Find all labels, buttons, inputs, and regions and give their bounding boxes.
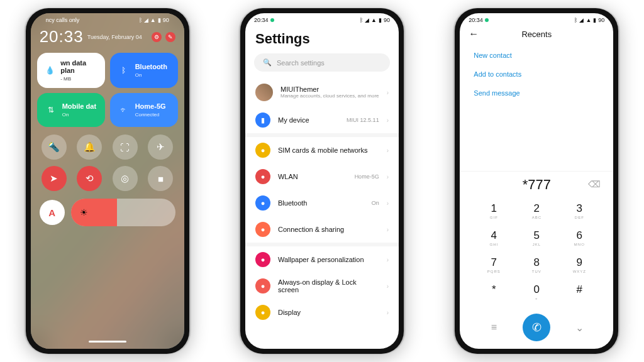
item-label: Bluetooth xyxy=(278,199,364,207)
settings-icon[interactable]: ⚙ xyxy=(152,32,162,42)
wifi-icon: ▲ xyxy=(150,17,156,23)
key-letters: GHI xyxy=(472,243,515,248)
settings-item-icon: ● xyxy=(255,222,270,237)
rotation-lock-icon: ⟲ xyxy=(86,173,94,184)
item-label: My device xyxy=(278,116,339,124)
recording-dot xyxy=(485,18,489,22)
auto-brightness-toggle[interactable]: A xyxy=(40,200,65,225)
keypad-key-#[interactable]: # xyxy=(558,279,601,306)
keypad-key-3[interactable]: 3DEF xyxy=(558,198,601,225)
brightness-slider[interactable]: ☀ xyxy=(71,199,175,226)
account-sub: Manage accounts, cloud services, and mor… xyxy=(280,93,379,99)
date: Tuesday, February 04 xyxy=(87,34,148,40)
chevron-right-icon: › xyxy=(387,309,389,316)
flashlight-toggle[interactable]: 🔦 xyxy=(42,134,67,160)
settings-item[interactable]: ● Display › xyxy=(245,299,399,326)
page-title: Settings xyxy=(245,25,399,53)
search-input[interactable]: 🔍 Search settings xyxy=(254,53,390,72)
chevron-right-icon: › xyxy=(387,226,389,233)
settings-item-icon: ● xyxy=(255,252,270,267)
chevron-right-icon: › xyxy=(387,117,389,124)
settings-item[interactable]: ● Wallpaper & personalization › xyxy=(245,246,399,273)
item-label: Display xyxy=(278,309,379,316)
status-bar: ncy calls only ᛒ◢▲▮90 xyxy=(37,13,178,25)
key-digit: 2 xyxy=(515,202,558,215)
settings-item-icon: ● xyxy=(255,305,270,320)
settings-item[interactable]: ● WLAN Home-5G › xyxy=(245,163,399,190)
airplane-icon: ✈ xyxy=(157,141,165,153)
key-letters: WXYZ xyxy=(558,270,601,275)
tile-sub: On xyxy=(135,72,142,78)
tile-wifi[interactable]: ᯤ Home-5GConnected xyxy=(110,93,178,127)
key-digit: 1 xyxy=(472,202,515,215)
dialer-link[interactable]: Add to contacts xyxy=(474,65,599,84)
keypad-key-2[interactable]: 2ABC xyxy=(515,198,558,225)
dialer-link[interactable]: Send message xyxy=(474,84,599,102)
camera-icon: ■ xyxy=(158,173,164,184)
settings-item-icon: ● xyxy=(255,195,270,211)
keypad-key-1[interactable]: 1GIF xyxy=(472,198,515,225)
battery-icon: ▮ xyxy=(379,17,382,23)
wifi-icon: ▲ xyxy=(586,17,591,23)
edit-icon[interactable]: ✎ xyxy=(165,32,175,42)
battery-pct: 90 xyxy=(163,17,169,23)
tile-bluetooth[interactable]: ᛒ BluetoothOn xyxy=(110,53,178,88)
key-digit: 5 xyxy=(515,229,558,242)
airplane-toggle[interactable]: ✈ xyxy=(148,134,173,160)
keypad-toggle[interactable]: ⌄ xyxy=(558,322,601,334)
bell-icon: 🔔 xyxy=(84,141,96,153)
tile-sub: Connected xyxy=(135,112,160,118)
keypad-key-9[interactable]: 9WXYZ xyxy=(558,252,601,279)
screenshot-toggle[interactable]: ⛶ xyxy=(113,134,138,160)
call-button[interactable]: ✆ xyxy=(523,314,550,341)
tile-data-plan[interactable]: 💧 wn data plan- MB xyxy=(37,53,105,88)
key-digit: 4 xyxy=(472,229,515,242)
settings-item[interactable]: ● Always-on display & Lock screen › xyxy=(245,273,399,299)
phone-control-center: ncy calls only ᛒ◢▲▮90 20:33 Tuesday, Feb… xyxy=(26,8,189,354)
keypad-key-4[interactable]: 4GHI xyxy=(472,225,515,252)
page-title: Recents xyxy=(469,30,604,39)
settings-item[interactable]: ● Bluetooth On › xyxy=(245,190,399,216)
rotation-lock-toggle[interactable]: ⟲ xyxy=(77,166,102,191)
keypad-key-6[interactable]: 6MNO xyxy=(558,225,601,252)
home-indicator[interactable] xyxy=(89,341,126,343)
key-digit: # xyxy=(558,283,601,296)
recording-dot xyxy=(270,18,274,22)
keypad-key-0[interactable]: 0+ xyxy=(515,279,558,306)
tile-mobile-data[interactable]: ⇅ Mobile datOn xyxy=(37,93,105,127)
dialer-link[interactable]: New contact xyxy=(474,46,599,65)
item-label: Always-on display & Lock screen xyxy=(278,278,379,293)
bt-icon: ᛒ xyxy=(139,17,142,23)
screen-record-toggle[interactable]: ■ xyxy=(148,166,173,191)
sync-toggle[interactable]: ◎ xyxy=(113,166,138,191)
key-digit: 0 xyxy=(515,283,558,296)
auto-icon: A xyxy=(48,207,55,218)
menu-button[interactable]: ≡ xyxy=(472,322,515,333)
battery-pct: 90 xyxy=(384,17,390,23)
phone-icon: ✆ xyxy=(532,321,541,334)
key-letters: MNO xyxy=(558,243,601,248)
item-value: Home-5G xyxy=(355,173,379,180)
carrier-text: ncy calls only xyxy=(46,17,80,23)
settings-item[interactable]: ● Connection & sharing › xyxy=(245,216,399,243)
bluetooth-icon: ᛒ xyxy=(118,64,130,77)
account-item[interactable]: MIUIThemerManage accounts, cloud service… xyxy=(245,78,399,107)
search-icon: 🔍 xyxy=(263,58,272,67)
signal-icon: ◢ xyxy=(144,17,148,23)
screenshot-icon: ⛶ xyxy=(120,142,130,153)
keypad-key-*[interactable]: * xyxy=(472,279,515,306)
dialed-number: *777 ⌫ xyxy=(460,171,613,197)
location-toggle[interactable]: ➤ xyxy=(42,166,67,191)
keypad-key-8[interactable]: 8TUV xyxy=(515,252,558,279)
tile-sub: On xyxy=(62,112,69,118)
keypad-key-5[interactable]: 5JKL xyxy=(515,225,558,252)
avatar xyxy=(255,84,273,101)
item-value: On xyxy=(372,200,379,206)
my-device-item[interactable]: ▮ My device MIUI 12.5.11 › xyxy=(245,107,399,133)
tile-label: wn data plan xyxy=(60,59,97,74)
settings-item[interactable]: ● SIM cards & mobile networks › xyxy=(245,137,399,163)
backspace-button[interactable]: ⌫ xyxy=(588,179,601,189)
key-letters: PQRS xyxy=(472,270,515,275)
keypad-key-7[interactable]: 7PQRS xyxy=(472,252,515,279)
dnd-toggle[interactable]: 🔔 xyxy=(77,134,102,160)
